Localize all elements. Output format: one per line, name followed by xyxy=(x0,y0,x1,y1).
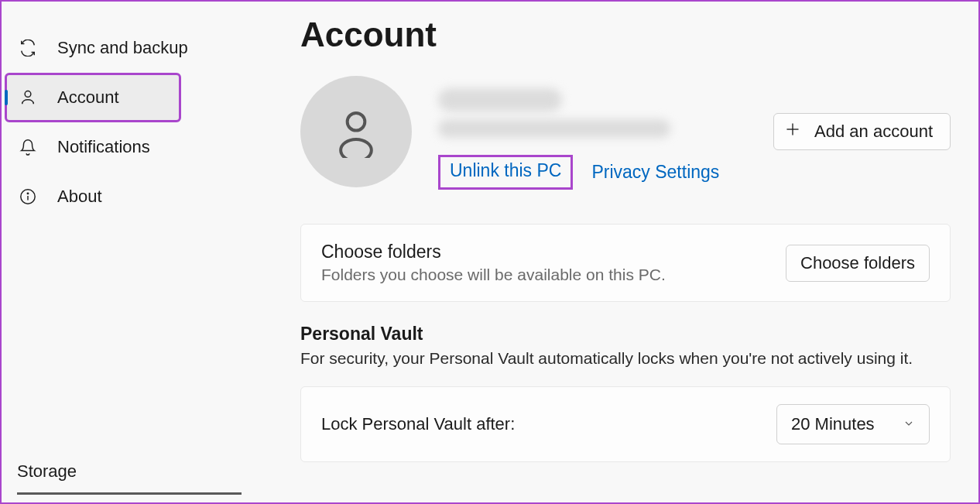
lock-vault-value: 20 Minutes xyxy=(791,414,875,434)
sync-icon xyxy=(19,39,37,57)
person-icon xyxy=(19,88,37,107)
sidebar-item-about[interactable]: About xyxy=(2,172,257,221)
add-account-label: Add an account xyxy=(814,122,933,142)
storage-section: Storage xyxy=(2,461,257,502)
sidebar-item-sync-backup[interactable]: Sync and backup xyxy=(2,23,257,73)
privacy-settings-link[interactable]: Privacy Settings xyxy=(591,162,719,183)
unlink-highlight: Unlink this PC xyxy=(438,155,573,190)
account-links: Unlink this PC Privacy Settings xyxy=(438,155,773,190)
choose-folders-button[interactable]: Choose folders xyxy=(786,245,930,282)
plus-icon xyxy=(785,122,800,142)
user-name-redacted xyxy=(438,88,562,111)
sidebar-item-label: Sync and backup xyxy=(57,38,188,58)
svg-point-0 xyxy=(25,91,31,98)
page-title: Account xyxy=(300,15,951,54)
personal-vault-title: Personal Vault xyxy=(300,324,951,345)
sidebar-item-notifications[interactable]: Notifications xyxy=(2,122,257,172)
lock-vault-label: Lock Personal Vault after: xyxy=(321,414,776,434)
sidebar-item-label: Notifications xyxy=(57,137,150,157)
choose-folders-card: Choose folders Folders you choose will b… xyxy=(300,224,951,302)
choose-folders-subtitle: Folders you choose will be available on … xyxy=(321,266,786,284)
lock-vault-dropdown[interactable]: 20 Minutes xyxy=(776,404,930,444)
storage-title: Storage xyxy=(17,461,242,482)
storage-bar xyxy=(17,492,242,495)
bell-icon xyxy=(19,138,37,156)
sidebar-item-account[interactable]: Account xyxy=(5,73,181,122)
user-email-redacted xyxy=(438,119,670,138)
choose-folders-title: Choose folders xyxy=(321,242,786,262)
svg-point-3 xyxy=(27,193,28,194)
main-content: Account Unlink this PC Privacy Settings xyxy=(257,2,978,502)
unlink-pc-link[interactable]: Unlink this PC xyxy=(450,160,561,180)
lock-vault-card: Lock Personal Vault after: 20 Minutes xyxy=(300,386,951,462)
svg-point-4 xyxy=(348,113,365,131)
personal-vault-description: For security, your Personal Vault automa… xyxy=(300,349,951,368)
sidebar-item-label: About xyxy=(57,187,102,207)
sidebar: Sync and backup Account Notifications xyxy=(2,2,257,502)
add-account-button[interactable]: Add an account xyxy=(773,113,951,150)
chevron-down-icon xyxy=(903,414,915,434)
avatar xyxy=(300,76,412,187)
sidebar-item-label: Account xyxy=(57,87,119,108)
info-icon xyxy=(19,187,37,206)
account-info: Unlink this PC Privacy Settings xyxy=(438,76,773,190)
account-header: Unlink this PC Privacy Settings Add an a… xyxy=(300,76,951,190)
